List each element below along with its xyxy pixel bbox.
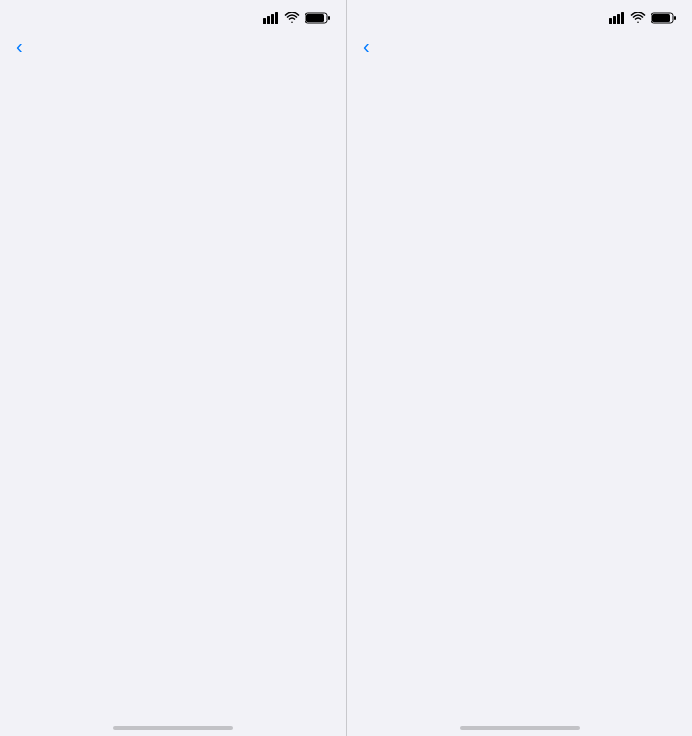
right-more-header [347, 76, 692, 88]
wifi-icon [284, 12, 300, 24]
right-wifi-icon [630, 12, 646, 24]
left-home-indicator [113, 726, 233, 730]
right-status-icons [609, 12, 676, 24]
svg-rect-9 [617, 14, 620, 24]
svg-rect-12 [652, 14, 670, 22]
left-nav-bar: ‹ [0, 32, 346, 64]
signal-icon [263, 12, 279, 24]
svg-rect-0 [263, 18, 266, 24]
right-home-indicator [460, 726, 580, 730]
svg-rect-6 [328, 16, 330, 20]
left-status-icons [263, 12, 330, 24]
right-list-container[interactable] [347, 64, 692, 720]
right-status-bar [347, 0, 692, 32]
left-section-header [0, 64, 346, 76]
right-battery-icon [651, 12, 676, 24]
left-back-chevron: ‹ [16, 36, 23, 56]
svg-rect-3 [275, 12, 278, 24]
left-status-bar [0, 0, 346, 32]
right-nav-bar: ‹ [347, 32, 692, 64]
svg-rect-8 [613, 16, 616, 24]
right-included-header [347, 64, 692, 76]
svg-rect-10 [621, 12, 624, 24]
right-phone-panel: ‹ [346, 0, 692, 736]
left-list-container[interactable] [0, 64, 346, 720]
svg-rect-2 [271, 14, 274, 24]
svg-rect-7 [609, 18, 612, 24]
right-back-button[interactable]: ‹ [363, 36, 372, 56]
svg-rect-1 [267, 16, 270, 24]
battery-icon [305, 12, 330, 24]
svg-rect-13 [674, 16, 676, 20]
svg-rect-5 [306, 14, 324, 22]
right-back-chevron: ‹ [363, 36, 370, 56]
left-back-button[interactable]: ‹ [16, 36, 25, 56]
left-phone-panel: ‹ [0, 0, 346, 736]
right-signal-icon [609, 12, 625, 24]
